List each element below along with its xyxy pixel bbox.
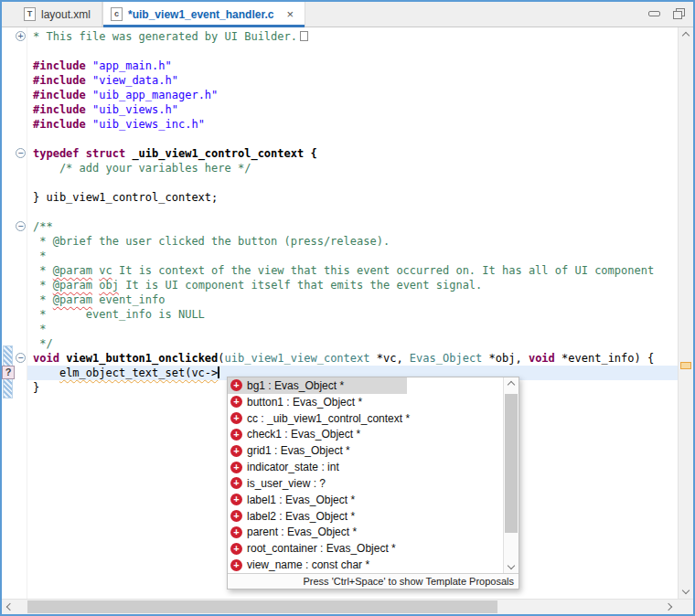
scroll-up-icon[interactable] [682, 32, 690, 39]
code-line[interactable]: /** [27, 219, 678, 234]
code-token: @param [53, 293, 92, 306]
question-marker-icon[interactable]: ? [2, 366, 15, 379]
field-plus-icon: + [230, 396, 242, 408]
code-line[interactable]: * @param event_info [27, 292, 678, 307]
scroll-left-icon[interactable] [6, 603, 14, 611]
autocomplete-item-label: check1 : Evas_Object * [247, 428, 360, 441]
editor-window: Tlayout.xmlc*uib_view1_event_handler.c× … [0, 0, 695, 616]
collapsed-region-icon[interactable] [300, 31, 308, 41]
tab-close-icon[interactable]: × [286, 8, 294, 20]
code-token: * @brief the user clicked the button (pr… [33, 235, 390, 248]
code-line[interactable]: } uib_view1_control_context; [27, 190, 678, 205]
code-line[interactable]: typedef struct _uib_view1_control_contex… [27, 146, 678, 161]
code-token: *event_info) { [555, 352, 654, 365]
code-token: #include [33, 89, 86, 101]
autocomplete-item[interactable]: +button1 : Evas_Object * [228, 394, 503, 410]
field-plus-icon: + [230, 379, 242, 391]
autocomplete-item[interactable]: +indicator_state : int [228, 459, 503, 475]
autocomplete-item-label: grid1 : Evas_Object * [247, 444, 350, 457]
code-line[interactable]: /* add your variables here */ [27, 161, 678, 175]
code-token: ( [218, 352, 224, 365]
code-line[interactable]: * @brief the user clicked the button (pr… [27, 234, 678, 249]
code-line[interactable] [27, 205, 678, 219]
autocomplete-item[interactable]: +view_name : const char * [228, 557, 503, 573]
code-token: #include [33, 118, 86, 131]
autocomplete-item-label: indicator_state : int [247, 461, 339, 473]
file-icon: T [24, 7, 36, 21]
scroll-down-icon[interactable] [682, 587, 690, 594]
autocomplete-item[interactable]: +check1 : Evas_Object * [228, 426, 503, 442]
editor-tab[interactable]: Tlayout.xml [16, 2, 102, 27]
autocomplete-item[interactable]: +label2 : Evas_Object * [228, 508, 503, 525]
code-token: * [33, 264, 53, 277]
scroll-right-icon[interactable] [665, 603, 672, 611]
field-plus-icon: + [230, 543, 242, 555]
popup-scroll-down-icon[interactable] [508, 562, 515, 569]
autocomplete-popup: +bg1 : Evas_Object *+button1 : Evas_Obje… [227, 377, 519, 589]
code-line[interactable]: * This file was generated by UI Builder. [27, 29, 678, 44]
code-line[interactable]: * @param vc It is context of the view th… [27, 263, 678, 278]
horizontal-scrollbar[interactable] [2, 599, 693, 614]
code-token: _uib_view1_control_context { [125, 147, 317, 160]
fold-collapse-icon[interactable]: − [16, 221, 26, 231]
text-caret [218, 366, 219, 378]
field-plus-icon: + [230, 559, 242, 571]
code-token: It is context of the view that this even… [112, 264, 654, 277]
code-line[interactable] [27, 175, 678, 190]
code-token: #include [33, 59, 86, 72]
code-line[interactable]: * [27, 249, 678, 263]
vertical-scrollbar[interactable] [678, 27, 693, 599]
code-token: "uib_app_manager.h" [92, 89, 218, 101]
code-line[interactable] [27, 132, 678, 146]
autocomplete-item-label: view_name : const char * [247, 558, 369, 571]
autocomplete-item[interactable]: +grid1 : Evas_Object * [228, 442, 503, 459]
code-token: vc [99, 264, 112, 277]
code-line[interactable]: void view1_button1_onclicked(uib_view1_v… [27, 351, 678, 366]
code-line[interactable]: * @param obj It is UI component itself t… [27, 278, 678, 292]
code-token [86, 89, 92, 101]
code-line[interactable]: #include "uib_app_manager.h" [27, 88, 678, 102]
field-plus-icon: + [230, 526, 242, 538]
autocomplete-item[interactable]: +bg1 : Evas_Object * [228, 377, 503, 394]
autocomplete-item[interactable]: +cc : _uib_view1_control_context * [228, 410, 503, 427]
restore-icon[interactable] [673, 8, 684, 18]
code-token: uib_view1_view_context [225, 352, 370, 365]
code-token: *obj, [482, 352, 529, 365]
autocomplete-item[interactable]: +parent : Evas_Object * [228, 524, 503, 540]
fold-expand-icon[interactable]: + [16, 31, 26, 41]
code-token: @param [53, 279, 92, 292]
code-token [86, 118, 92, 131]
code-token: void [33, 352, 59, 365]
code-line[interactable]: * event_info is NULL [27, 307, 678, 322]
autocomplete-item[interactable]: +is_user_view : ? [228, 475, 503, 492]
code-token: "uib_views.h" [92, 103, 178, 116]
code-token: * [33, 293, 53, 306]
fold-collapse-icon[interactable]: − [16, 148, 26, 158]
code-line[interactable]: #include "app_main.h" [27, 58, 678, 73]
autocomplete-item[interactable]: +label1 : Evas_Object * [228, 492, 503, 508]
overview-warning-marker[interactable] [680, 362, 691, 369]
code-line[interactable]: #include "uib_views.h" [27, 102, 678, 117]
code-line[interactable]: #include "uib_views_inc.h" [27, 117, 678, 132]
autocomplete-item-label: label1 : Evas_Object * [247, 494, 355, 506]
autocomplete-item[interactable]: +root_container : Evas_Object * [228, 540, 503, 557]
editor-tab[interactable]: c*uib_view1_event_handler.c× [102, 2, 305, 27]
popup-scroll-up-icon[interactable] [508, 381, 515, 388]
code-token: */ [33, 337, 53, 350]
field-plus-icon: + [230, 429, 242, 441]
minimize-icon[interactable] [648, 11, 660, 16]
popup-scrollbar[interactable] [503, 377, 519, 573]
popup-scrollbar-thumb[interactable] [505, 394, 518, 533]
code-token: * [33, 323, 46, 335]
code-line[interactable]: #include "view_data.h" [27, 73, 678, 88]
code-token: typedef struct [33, 147, 125, 160]
code-line[interactable]: */ [27, 336, 678, 351]
code-token: "uib_views_inc.h" [92, 118, 205, 131]
code-token: * [33, 279, 53, 292]
horizontal-scrollbar-thumb[interactable] [27, 600, 497, 613]
tab-label: *uib_view1_event_handler.c [128, 8, 273, 21]
code-line[interactable]: * [27, 322, 678, 336]
autocomplete-item-label: root_container : Evas_Object * [247, 542, 396, 555]
code-line[interactable] [27, 44, 678, 58]
fold-collapse-icon[interactable]: − [16, 353, 26, 363]
